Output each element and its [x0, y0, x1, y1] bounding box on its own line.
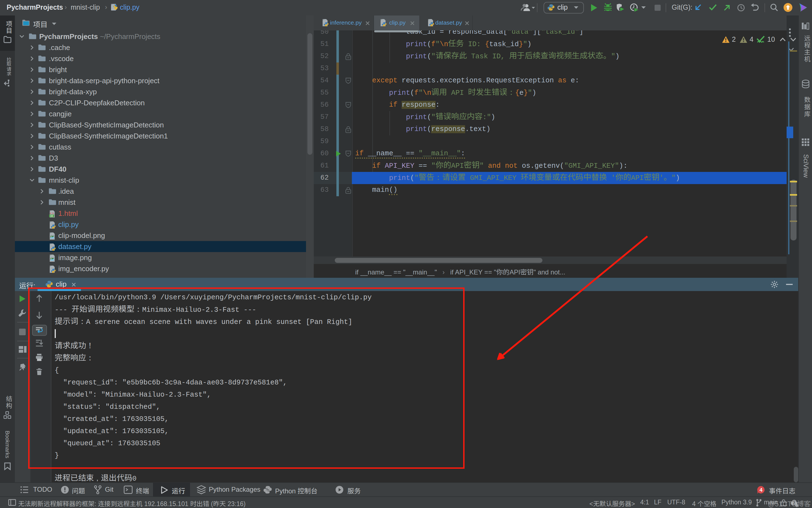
svg-text:H: H [51, 214, 53, 217]
svg-text:4: 4 [760, 487, 763, 493]
